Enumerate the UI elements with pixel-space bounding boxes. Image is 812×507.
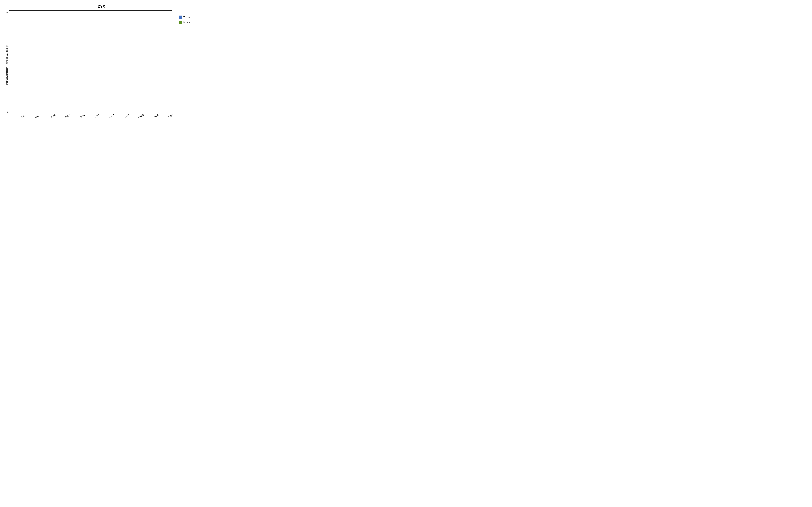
legend-swatch-tumor bbox=[179, 15, 182, 19]
x-label-kich: KICH bbox=[79, 114, 85, 119]
legend-swatch-normal bbox=[179, 20, 182, 24]
chart-area: mRNA Expression (RNASeq V2, log2) 14 12 … bbox=[4, 10, 199, 122]
y-tick-10: 10 bbox=[6, 78, 8, 80]
x-label-blca: BLCA bbox=[20, 114, 27, 119]
chart-container: ZYX mRNA Expression (RNASeq V2, log2) 14… bbox=[4, 3, 199, 124]
x-label-kirc: KIRC bbox=[94, 114, 100, 119]
legend-label-normal: Normal bbox=[184, 21, 191, 24]
x-axis-labels: BLCABRCACOADHNSCKICHKIRCLUADLUSCPRADTHCA… bbox=[9, 115, 172, 122]
legend-box: Tumor Normal bbox=[175, 12, 199, 29]
y-axis-ticks: 14 12 10 8 bbox=[3, 10, 9, 114]
plot-frame bbox=[9, 10, 172, 11]
legend-item-normal: Normal bbox=[179, 20, 197, 24]
legend-label-tumor: Tumor bbox=[184, 16, 190, 18]
y-tick-12: 12 bbox=[6, 45, 8, 47]
plot-and-x: 14 12 10 8 BLCABRCACOADHNSCKICHKIRCLUADL… bbox=[9, 10, 199, 122]
chart-title: ZYX bbox=[4, 3, 199, 9]
y-tick-8: 8 bbox=[7, 111, 8, 114]
plot-with-legend: 14 12 10 8 BLCABRCACOADHNSCKICHKIRCLUADL… bbox=[9, 10, 199, 122]
legend-item-tumor: Tumor bbox=[179, 15, 197, 19]
y-tick-14: 14 bbox=[6, 11, 8, 14]
